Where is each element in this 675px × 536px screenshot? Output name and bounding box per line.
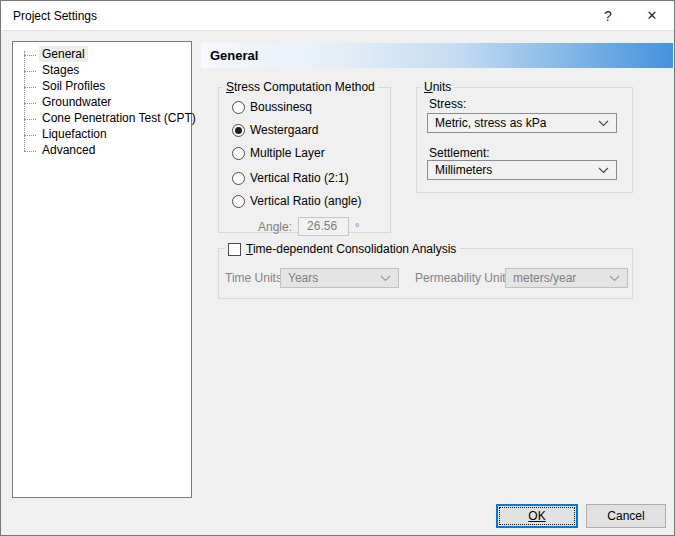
permeability-units-select[interactable]: meters/year [505, 268, 628, 288]
sidebar-item-liquefaction[interactable]: Liquefaction [13, 127, 191, 143]
radio-button-icon [232, 101, 245, 114]
stress-computation-group-label: Stress Computation Method [223, 80, 378, 94]
stress-units-label: Stress: [429, 97, 466, 111]
sidebar-item-general[interactable]: General [13, 47, 191, 63]
chevron-down-icon [380, 275, 391, 282]
settings-tree-panel: General Stages Soil Profiles Groundwater… [12, 41, 192, 498]
time-units-label: Time Units: [225, 271, 285, 285]
angle-label: Angle: [258, 220, 292, 234]
radio-button-icon [232, 147, 245, 160]
checkbox-unchecked-icon[interactable] [228, 243, 241, 256]
help-button[interactable]: ? [586, 1, 630, 30]
stress-method-options: Boussinesq Westergaard Multiple Layer Ve… [219, 88, 390, 236]
radio-multiple-layer[interactable]: Multiple Layer [232, 146, 390, 160]
window-title: Project Settings [1, 9, 97, 23]
stress-units-select[interactable]: Metric, stress as kPa [427, 113, 617, 133]
sidebar-item-cpt[interactable]: Cone Penetration Test (CPT) [13, 111, 191, 127]
degree-symbol: ° [355, 221, 359, 233]
settings-tree: General Stages Soil Profiles Groundwater… [13, 42, 191, 159]
radio-westergaard[interactable]: Westergaard [232, 123, 390, 137]
permeability-units-label: Permeability Units [415, 271, 512, 285]
sidebar-item-stages[interactable]: Stages [13, 63, 191, 79]
settlement-units-label: Settlement: [429, 146, 490, 160]
time-units-select[interactable]: Years [280, 268, 399, 288]
close-icon: ✕ [647, 8, 658, 23]
stress-computation-group: Stress Computation Method Boussinesq Wes… [218, 87, 391, 233]
close-button[interactable]: ✕ [630, 1, 674, 30]
angle-input[interactable]: 26.56 [298, 217, 349, 236]
radio-button-icon [232, 195, 245, 208]
sidebar-item-advanced[interactable]: Advanced [13, 143, 191, 159]
radio-boussinesq[interactable]: Boussinesq [232, 100, 390, 114]
consolidation-group: Time-dependent Consolidation Analysis Ti… [218, 248, 633, 299]
titlebar: Project Settings ? ✕ [1, 1, 674, 31]
sidebar-item-soil-profiles[interactable]: Soil Profiles [13, 79, 191, 95]
radio-button-icon [232, 172, 245, 185]
units-group-label: Units [421, 80, 454, 94]
chevron-down-icon [598, 120, 609, 127]
units-group: Units Stress: Metric, stress as kPa Sett… [416, 87, 633, 193]
angle-row: Angle: 26.56 ° [258, 217, 390, 236]
help-icon: ? [604, 8, 612, 24]
page-title: General [201, 43, 673, 68]
ok-button[interactable]: OK [496, 504, 578, 528]
sidebar-item-groundwater[interactable]: Groundwater [13, 95, 191, 111]
time-dependent-checkbox-row[interactable]: Time-dependent Consolidation Analysis [224, 241, 460, 257]
settlement-units-select[interactable]: Millimeters [427, 160, 617, 180]
project-settings-dialog: Project Settings ? ✕ General Stages Soil… [0, 0, 675, 536]
radio-vertical-ratio-angle[interactable]: Vertical Ratio (angle) [232, 194, 390, 208]
chevron-down-icon [609, 275, 620, 282]
time-dependent-checkbox-label: Time-dependent Consolidation Analysis [246, 242, 456, 256]
radio-vertical-ratio-2-1[interactable]: Vertical Ratio (2:1) [232, 171, 390, 185]
chevron-down-icon [598, 167, 609, 174]
cancel-button[interactable]: Cancel [586, 504, 666, 528]
radio-button-selected-icon [232, 124, 245, 137]
